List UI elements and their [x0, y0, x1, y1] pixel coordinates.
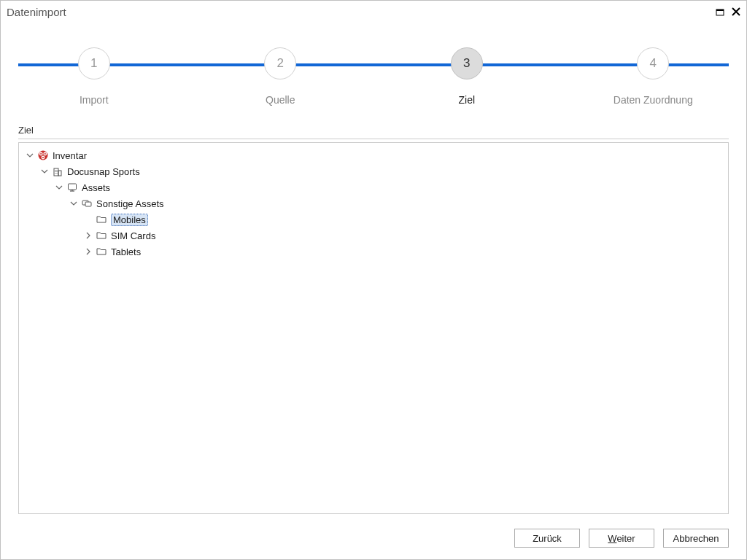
step-label: Ziel: [458, 94, 475, 106]
tree-label: Docusnap Sports: [67, 166, 140, 177]
step-label: Quelle: [266, 94, 295, 106]
step-label: Import: [80, 94, 109, 106]
step-circle: 2: [264, 47, 296, 79]
cancel-button[interactable]: Abbrechen: [663, 529, 729, 548]
svg-point-6: [40, 153, 42, 155]
wizard-stepper: 1 Import 2 Quelle 3 Ziel 4 Daten Zuordnu…: [1, 37, 746, 117]
tree-row-assets[interactable]: Assets: [23, 179, 728, 195]
svg-rect-14: [57, 171, 58, 172]
svg-rect-9: [54, 168, 58, 176]
next-button[interactable]: Weiter: [589, 529, 654, 548]
tree-label: Assets: [82, 182, 110, 193]
titlebar: Datenimport: [1, 1, 746, 23]
tree-panel: Inventar Docusnap Sports: [18, 142, 729, 514]
tree-label: SIM Cards: [111, 230, 155, 241]
tree-row-inventar[interactable]: Inventar: [23, 147, 728, 163]
footer-buttons: Zurück Weiter Abbrechen: [514, 529, 729, 548]
step-circle: 3: [451, 47, 483, 79]
chevron-down-icon[interactable]: [54, 182, 64, 192]
step-label: Daten Zuordnung: [614, 94, 693, 106]
tree-row-tablets[interactable]: Tablets: [23, 244, 728, 260]
folder-icon: [95, 246, 108, 257]
svg-point-8: [42, 157, 44, 158]
svg-rect-15: [55, 173, 56, 174]
step-ziel[interactable]: 3 Ziel: [379, 37, 554, 106]
chevron-down-icon[interactable]: [69, 198, 79, 209]
tree-row-company[interactable]: Docusnap Sports: [23, 163, 728, 179]
chevron-right-icon[interactable]: [83, 246, 93, 257]
step-import[interactable]: 1 Import: [7, 37, 182, 106]
svg-rect-12: [57, 170, 58, 171]
svg-rect-19: [85, 202, 91, 206]
inventory-icon: [36, 149, 50, 161]
step-daten-zuordnung[interactable]: 4 Daten Zuordnung: [565, 37, 740, 106]
tree-row-other-assets[interactable]: Sonstige Assets: [23, 195, 728, 211]
other-assets-icon: [80, 198, 93, 209]
next-button-rest: eiter: [616, 533, 635, 544]
tree-label: Inventar: [53, 150, 87, 161]
tree-label: Tablets: [111, 246, 141, 257]
step-circle: 4: [637, 47, 669, 79]
svg-rect-13: [55, 171, 56, 172]
step-circle: 1: [78, 47, 110, 79]
window-title: Datenimport: [7, 6, 66, 18]
step-quelle[interactable]: 2 Quelle: [193, 37, 368, 106]
folder-icon: [95, 230, 108, 241]
svg-rect-1: [716, 9, 724, 11]
target-tree: Inventar Docusnap Sports: [23, 147, 728, 260]
assets-icon: [66, 182, 79, 193]
svg-rect-10: [58, 171, 61, 176]
section-header: Ziel: [18, 125, 729, 139]
svg-rect-17: [69, 184, 77, 190]
next-button-accel: W: [608, 533, 616, 544]
tree-label: Sonstige Assets: [96, 198, 164, 209]
svg-rect-16: [57, 173, 58, 174]
svg-point-7: [44, 153, 46, 155]
back-button[interactable]: Zurück: [514, 529, 580, 548]
folder-icon: [95, 214, 108, 225]
close-icon[interactable]: [732, 7, 740, 16]
chevron-right-icon[interactable]: [83, 230, 93, 241]
tree-row-sim-cards[interactable]: SIM Cards: [23, 228, 728, 244]
building-icon: [51, 166, 64, 177]
chevron-down-icon[interactable]: [39, 166, 50, 176]
window-controls: [716, 7, 740, 16]
svg-rect-11: [55, 170, 56, 171]
tree-row-mobiles[interactable]: Mobiles: [23, 211, 728, 228]
maximize-icon[interactable]: [716, 7, 724, 16]
chevron-down-icon[interactable]: [25, 150, 35, 160]
tree-label: Mobiles: [111, 214, 148, 226]
